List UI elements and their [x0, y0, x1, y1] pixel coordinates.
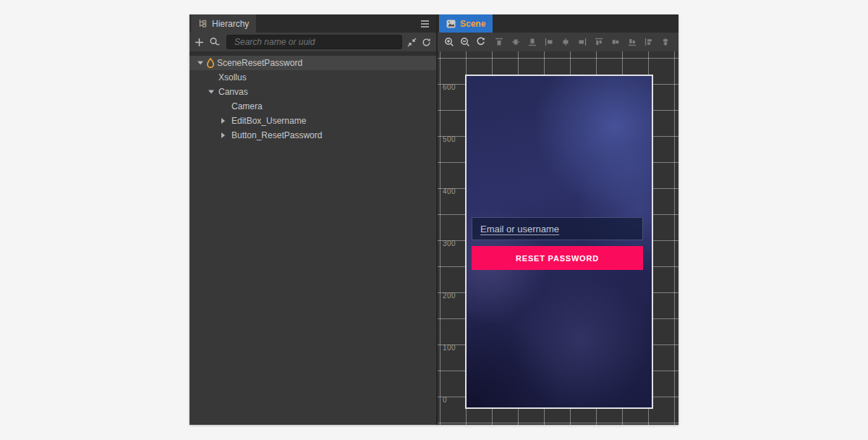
scene-viewport[interactable]: Email or username RESET PASSWORD 6005004… — [438, 51, 678, 425]
design-canvas[interactable]: Email or username RESET PASSWORD — [465, 75, 653, 409]
align-bottom-icon[interactable] — [527, 37, 537, 47]
plus-icon[interactable] — [195, 38, 204, 47]
search-box — [226, 35, 402, 49]
ruler-label: 0 — [443, 396, 447, 404]
zoom-in-icon[interactable] — [444, 37, 454, 47]
collapse-all-icon[interactable] — [407, 38, 417, 47]
scene-tab-strip: Scene — [438, 14, 678, 33]
hierarchy-tab-label: Hierarchy — [212, 19, 249, 29]
expand-caret-icon[interactable] — [197, 62, 203, 65]
tab-hierarchy[interactable]: Hierarchy — [191, 14, 256, 33]
reset-password-label: RESET PASSWORD — [516, 254, 599, 263]
tree-item-SceneResetPassword[interactable]: SceneResetPassword — [190, 56, 436, 70]
hierarchy-tab-strip: Hierarchy — [190, 14, 436, 33]
tree-item-Camera[interactable]: Camera — [190, 99, 436, 114]
tab-scene[interactable]: Scene — [439, 14, 493, 33]
distribute-hcenter-icon[interactable] — [660, 37, 671, 47]
scene-asset-icon — [206, 58, 215, 68]
hamburger-icon[interactable] — [420, 20, 430, 28]
reset-password-button[interactable]: RESET PASSWORD — [472, 246, 643, 270]
image-icon — [446, 20, 456, 28]
scene-toolbar — [438, 33, 678, 51]
hierarchy-tree-icon — [198, 19, 208, 28]
reset-view-icon[interactable] — [476, 37, 485, 47]
search-filter-icon[interactable] — [209, 37, 221, 47]
align-hcenter-icon[interactable] — [561, 37, 571, 47]
editbox-placeholder: Email or username — [480, 224, 559, 234]
hierarchy-panel: Hierarchy SceneResetPasswordXsollusCanva… — [190, 14, 436, 425]
distribute-right-icon[interactable] — [677, 37, 678, 47]
tree-item-label: Camera — [190, 101, 263, 111]
tree-item-label: Xsollus — [190, 72, 247, 82]
scene-panel: Scene Email or username RESET PASSWORD 6… — [438, 14, 678, 425]
tree-item-EditBox_Username[interactable]: EditBox_Username — [190, 114, 436, 128]
tree-item-Xsollus[interactable]: Xsollus — [190, 70, 436, 85]
expand-caret-icon[interactable] — [208, 90, 214, 94]
expand-caret-icon[interactable] — [221, 118, 225, 124]
align-left-icon[interactable] — [544, 37, 554, 47]
align-vcenter-icon[interactable] — [511, 37, 521, 47]
distribute-top-icon[interactable] — [594, 37, 604, 47]
tree-item-label: Canvas — [190, 87, 248, 97]
distribute-bottom-icon[interactable] — [627, 37, 637, 47]
tree-item-Button_ResetPassword[interactable]: Button_ResetPassword — [190, 128, 436, 143]
editor-window: Hierarchy SceneResetPasswordXsollusCanva… — [190, 14, 678, 425]
align-right-icon[interactable] — [577, 37, 587, 47]
scene-tab-label: Scene — [460, 19, 485, 29]
tree-item-label: EditBox_Username — [190, 116, 306, 126]
hierarchy-tree: SceneResetPasswordXsollusCanvasCameraEdi… — [190, 56, 436, 425]
ruler-label: 600 — [443, 83, 456, 91]
ruler-label: 500 — [443, 135, 456, 143]
distribute-left-icon[interactable] — [644, 37, 654, 47]
scene-view-icons — [444, 37, 485, 47]
hierarchy-toolbar — [190, 33, 436, 51]
tree-item-label: Button_ResetPassword — [190, 130, 322, 140]
tree-item-Canvas[interactable]: Canvas — [190, 85, 436, 99]
scene-align-icons — [494, 37, 678, 47]
refresh-icon[interactable] — [422, 38, 431, 47]
ruler-label: 200 — [443, 292, 456, 300]
search-input[interactable] — [233, 36, 396, 48]
distribute-vcenter-icon[interactable] — [610, 37, 621, 47]
expand-caret-icon[interactable] — [221, 132, 225, 138]
zoom-out-icon[interactable] — [460, 37, 470, 47]
ruler-label: 100 — [443, 344, 456, 352]
editbox-username[interactable]: Email or username — [472, 217, 643, 240]
align-top-icon[interactable] — [494, 37, 504, 47]
ruler-label: 400 — [443, 187, 456, 195]
ruler-label: 300 — [443, 240, 456, 248]
